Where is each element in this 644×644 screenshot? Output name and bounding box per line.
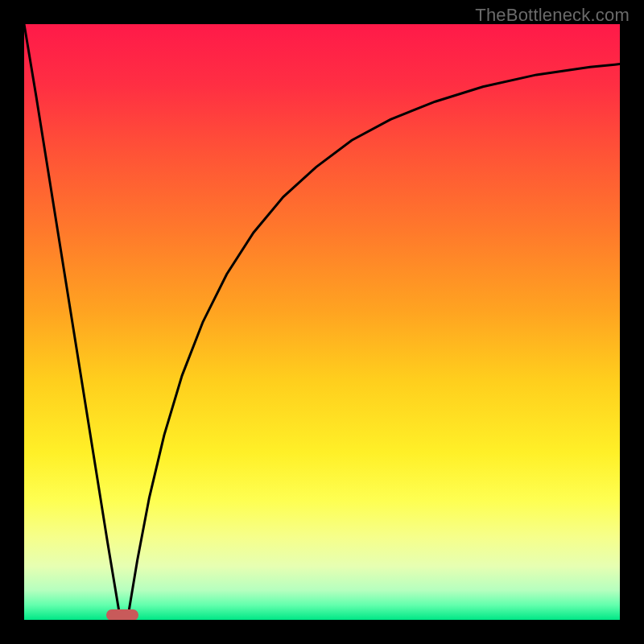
curve-right-branch (129, 64, 621, 614)
plot-area (24, 24, 620, 620)
bottleneck-curve (24, 24, 620, 620)
chart-frame: TheBottleneck.com (0, 0, 644, 644)
optimal-point-marker (106, 609, 138, 620)
curve-left-branch (24, 24, 119, 614)
watermark-text: TheBottleneck.com (475, 5, 630, 26)
